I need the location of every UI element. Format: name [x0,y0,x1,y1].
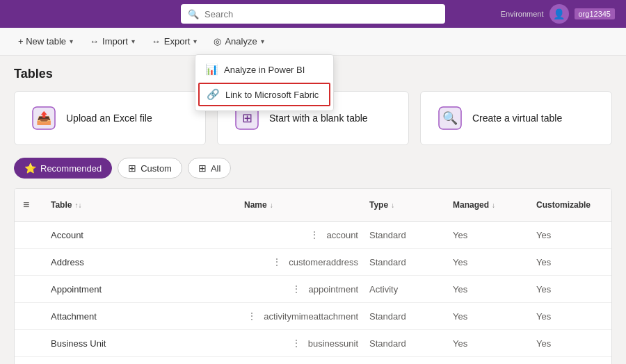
row-checkbox-col [15,222,42,248]
col-select-header: ≡ [15,195,42,215]
upload-excel-card[interactable]: 📤 Upload an Excel file [14,91,206,145]
analyze-dropdown-menu: 📊 Analyze in Power BI 🔗 Link to Microsof… [195,54,334,111]
upload-excel-icon: 📤 [31,106,56,131]
row-name-value: activitymimeattachment [264,311,358,322]
export-button[interactable]: ↔ Export ▾ [145,33,204,50]
row-type-value: Standard [361,330,444,356]
fabric-icon: 🔗 [207,88,220,101]
fabric-link-item[interactable]: 🔗 Link to Microsoft Fabric [198,83,330,106]
row-menu-button[interactable]: ⋮ [268,255,286,269]
row-checkbox-col [15,357,42,364]
svg-text:📤: 📤 [36,110,52,126]
import-button[interactable]: ↔ Import ▾ [83,33,142,50]
row-name-value: customeraddress [289,257,358,267]
row-checkbox-col [15,330,42,356]
managed-sort-icon: ↓ [492,201,495,209]
row-customizable-value: Yes [528,303,611,329]
row-type-value: Standard [361,357,444,364]
table-row[interactable]: Attachment ⋮ activitymimeattachment Stan… [15,303,611,330]
new-table-button[interactable]: + New table ▾ [11,33,80,50]
col-name-label: Name [244,200,267,210]
all-icon: ⊞ [198,163,207,174]
analyze-powerbi-item[interactable]: 📊 Analyze in Power BI [195,58,333,81]
table-body: Account ⋮ account Standard Yes Yes Addre… [15,222,611,364]
row-options-col: ⋮ businessunit [236,330,361,356]
row-managed-value: Yes [444,222,528,248]
svg-text:⊞: ⊞ [242,111,252,125]
table-row[interactable]: Contact ⋮ contact Standard Yes Yes [15,357,611,364]
custom-icon: ⊞ [128,163,136,174]
row-menu-button[interactable]: ⋮ [243,309,261,323]
row-options-col: ⋮ account [236,222,361,248]
top-bar: 🔍 Environment 👤 org12345 [0,0,626,28]
row-table-name: Contact [42,357,236,364]
toolbar: + New table ▾ ↔ Import ▾ ↔ Export ▾ ◎ An… [0,28,626,56]
powerbi-label: Analyze in Power BI [224,65,305,75]
col-type-header[interactable]: Type ↓ [361,195,444,215]
import-caret-icon: ▾ [131,38,135,45]
row-table-name: Account [42,222,236,248]
table-row[interactable]: Address ⋮ customeraddress Standard Yes Y… [15,249,611,276]
row-checkbox-col [15,249,42,275]
col-managed-header[interactable]: Managed ↓ [444,195,528,215]
col-table-header[interactable]: Table ↑↓ [42,195,236,215]
col-managed-label: Managed [453,200,489,210]
row-managed-value: Yes [444,276,528,302]
col-type-label: Type [369,200,388,210]
col-name-header[interactable]: Name ↓ [236,195,361,215]
row-name-value: appointment [308,284,358,295]
tab-custom[interactable]: ⊞ Custom [118,158,182,179]
row-menu-button[interactable]: ⋮ [287,282,305,296]
row-checkbox-col [15,303,42,329]
row-type-value: Activity [361,276,444,302]
row-options-col: ⋮ contact [236,357,361,364]
row-managed-value: Yes [444,330,528,356]
row-options-col: ⋮ appointment [236,276,361,302]
env-value: org12345 [575,8,616,19]
all-label: All [211,163,220,174]
row-checkbox-col [15,276,42,302]
tab-recommended[interactable]: ⭐ Recommended [14,158,112,179]
row-table-name: Attachment [42,303,236,329]
import-label: Import [102,36,128,47]
row-type-value: Standard [361,249,444,275]
table-row[interactable]: Account ⋮ account Standard Yes Yes [15,222,611,249]
blank-table-label: Start with a blank table [269,113,368,124]
row-table-name: Address [42,249,236,275]
row-type-value: Standard [361,222,444,248]
avatar[interactable]: 👤 [549,4,569,24]
analyze-button[interactable]: ◎ Analyze ▾ [207,33,271,50]
virtual-table-card[interactable]: 🔍 Create a virtual table [420,91,612,145]
row-customizable-value: Yes [528,357,611,364]
import-icon: ↔ [90,36,99,47]
table-header: ≡ Table ↑↓ Name ↓ Type ↓ Managed ↓ Custo… [15,189,611,222]
row-options-col: ⋮ customeraddress [236,249,361,275]
row-customizable-value: Yes [528,222,611,248]
export-caret-icon: ▾ [193,38,197,45]
virtual-table-icon: 🔍 [438,106,463,131]
virtual-table-label: Create a virtual table [472,113,562,124]
search-input[interactable] [204,9,438,19]
data-table: ≡ Table ↑↓ Name ↓ Type ↓ Managed ↓ Custo… [14,188,612,364]
list-view-icon: ≡ [23,199,29,211]
environment-area: Environment 👤 org12345 [501,4,615,24]
new-table-caret-icon: ▾ [70,38,73,45]
fabric-label: Link to Microsoft Fabric [225,90,319,100]
powerbi-icon: 📊 [205,63,218,76]
row-customizable-value: Yes [528,249,611,275]
search-box[interactable]: 🔍 [181,4,445,24]
custom-label: Custom [141,163,172,174]
row-name-value: businessunit [308,338,358,349]
new-table-label: + New table [18,36,66,47]
row-menu-button[interactable]: ⋮ [305,228,323,242]
table-row[interactable]: Business Unit ⋮ businessunit Standard Ye… [15,330,611,357]
row-customizable-value: Yes [528,330,611,356]
table-sort-icon: ↑↓ [74,201,81,209]
name-sort-icon: ↓ [270,201,273,209]
tab-all[interactable]: ⊞ All [188,158,231,179]
table-row[interactable]: Appointment ⋮ appointment Activity Yes Y… [15,276,611,303]
row-table-name: Business Unit [42,330,236,356]
row-menu-button[interactable]: ⋮ [287,336,305,350]
svg-text:🔍: 🔍 [442,110,458,126]
row-table-name: Appointment [42,276,236,302]
